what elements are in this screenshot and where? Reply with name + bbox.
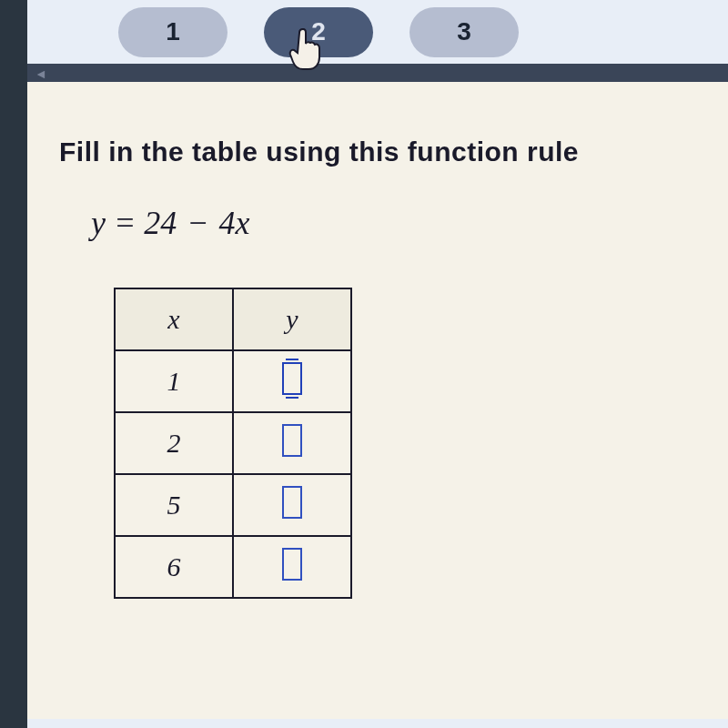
x-value: 5 — [115, 474, 233, 536]
nav-step-3[interactable]: 3 — [410, 7, 519, 57]
equation-y: y — [91, 205, 106, 241]
table-row: 2 — [115, 412, 351, 474]
nav-step-2[interactable]: 2 — [264, 7, 373, 57]
equation-var: x — [236, 205, 250, 241]
header-y: y — [233, 288, 351, 350]
instruction-text: Fill in the table using this function ru… — [59, 136, 696, 167]
y-input-cell[interactable] — [233, 412, 351, 474]
x-value: 1 — [115, 350, 233, 412]
function-rule: y = 24 − 4x — [91, 204, 696, 242]
answer-input[interactable] — [282, 362, 302, 395]
function-table: x y 1256 — [114, 288, 352, 599]
answer-input[interactable] — [282, 424, 302, 457]
table-row: 6 — [115, 536, 351, 598]
nav-step-1[interactable]: 1 — [118, 7, 228, 57]
header-x: x — [115, 288, 233, 350]
minus-sign: − — [187, 205, 208, 241]
table-row: 1 — [115, 350, 351, 412]
navigation-bar: 1 2 3 — [27, 0, 728, 64]
answer-input[interactable] — [282, 486, 302, 519]
equation-coef: 4 — [219, 205, 236, 241]
content-area: Fill in the table using this function ru… — [27, 82, 728, 719]
y-input-cell[interactable] — [233, 474, 351, 536]
progress-bar: ◄ — [27, 64, 728, 82]
x-value: 2 — [115, 412, 233, 474]
y-input-cell[interactable] — [233, 350, 351, 412]
back-arrow-icon[interactable]: ◄ — [35, 66, 47, 81]
answer-input[interactable] — [282, 548, 302, 581]
equation-const: 24 — [144, 205, 177, 241]
equals-sign: = — [114, 205, 144, 241]
table-row: 5 — [115, 474, 351, 536]
x-value: 6 — [115, 536, 233, 598]
y-input-cell[interactable] — [233, 536, 351, 598]
